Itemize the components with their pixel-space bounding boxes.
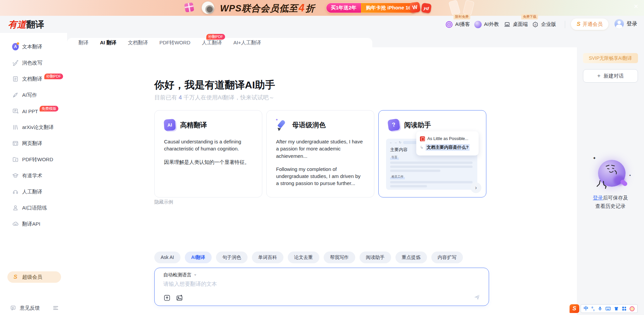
sidebar: A 文本翻译 润色改写 文档翻译 秒翻PDF AI写作 AI PPT 免费模版 …	[0, 33, 67, 315]
ime-mic-icon[interactable]	[598, 306, 602, 311]
new-chat-button[interactable]: + 新建对话	[583, 69, 638, 83]
sidebar-item-text-translate[interactable]: A 文本翻译	[0, 39, 67, 55]
ime-chinese-mode[interactable]: 中	[584, 306, 588, 312]
sidebar-item-super-vip[interactable]: S 超级会员	[7, 271, 61, 283]
card-example-p1: After my undergraduate studies, I have a…	[276, 138, 365, 160]
upload-file-icon[interactable]	[163, 294, 171, 302]
function-pills: Ask AI AI翻译 句子润色 单词百科 论文去重 帮我写作 阅读助手 重点提…	[154, 252, 463, 263]
nav-desktop-app[interactable]: 免费下载 桌面端	[504, 16, 528, 33]
sidebar-item-human-translate[interactable]: 人工翻译	[0, 184, 67, 200]
app-root: WPS联合会员低至4折 买1年送2年 购年卡抢 iPhone 16 W yd ✕…	[0, 0, 644, 315]
sidebar-item-doc-translate[interactable]: 文档翻译 秒翻PDF	[0, 71, 67, 87]
login-link[interactable]: 登录	[593, 195, 603, 200]
ime-toolbox-icon[interactable]	[622, 306, 627, 311]
folder-icon	[12, 156, 19, 163]
pill-sentence-polish[interactable]: 句子润色	[216, 252, 248, 263]
nav-enterprise[interactable]: 企 企业版	[532, 16, 556, 33]
hide-examples-link[interactable]: 隐藏示例	[154, 199, 173, 205]
svip-banner[interactable]: SVIP无限畅享AI翻译	[583, 53, 638, 63]
sogou-logo[interactable]: S	[570, 304, 579, 313]
translate-textarea[interactable]	[163, 281, 472, 291]
gift-icon	[184, 2, 194, 12]
tab-pdf-to-word[interactable]: PDF转WORD	[159, 40, 191, 46]
sidebar-item-translate-api[interactable]: API 翻译API	[0, 216, 67, 232]
sidebar-item-ai-writing[interactable]: AI写作	[0, 87, 67, 103]
tab-human-translate[interactable]: 人工翻译	[202, 40, 222, 46]
tooltip-question: 文档主要内容是什么?	[426, 144, 470, 151]
ime-skin-icon[interactable]	[614, 306, 619, 311]
teacher-avatar-icon	[474, 21, 482, 28]
greeting-title: 你好，我是有道翻译AI助手	[154, 78, 275, 92]
collapse-sidebar-icon[interactable]	[52, 305, 59, 311]
browser-icon	[12, 140, 19, 147]
tab-ai-translate[interactable]: AI 翻译	[100, 40, 116, 46]
example-cards: AI 高精翻译 Causal understanding is a defini…	[154, 110, 486, 197]
pill-help-write[interactable]: 帮我写作	[324, 252, 355, 263]
reader-tooltip: As Little as Possible... ↳ 文档主要内容是什么?	[416, 131, 479, 155]
free-template-badge: 免费模版	[40, 106, 58, 111]
mock-label-intro: 引言	[390, 155, 399, 160]
sidebar-item-ai-speaking[interactable]: AI口语陪练	[0, 200, 67, 216]
main-tabbar: 翻译 AI 翻译 文档翻译 PDF转WORD 人工翻译 AI+人工翻译 秒翻PD…	[67, 38, 372, 47]
ime-emoji-icon[interactable]	[630, 306, 635, 311]
card-example-en: Causal understanding is a defining chara…	[164, 138, 253, 152]
sidebar-item-polish[interactable]: 润色改写	[0, 55, 67, 71]
tab-doc-translate[interactable]: 文档翻译	[128, 40, 148, 46]
pill-paper-dedup[interactable]: 论文去重	[288, 252, 319, 263]
sidebar-item-ai-ppt[interactable]: AI PPT 免费模版	[0, 103, 67, 119]
feedback-button[interactable]: 意见反馈	[10, 301, 40, 315]
next-example-button[interactable]	[471, 182, 481, 193]
card-reading-assistant[interactable]: ? 阅读助手 ←→↻ 主要内容 引言 相关工作	[378, 110, 486, 197]
header-divider	[565, 21, 565, 28]
pdf-file-icon	[420, 136, 425, 141]
promo-banner[interactable]: WPS联合会员低至4折 买1年送2年 购年卡抢 iPhone 16 W yd ✕	[0, 0, 644, 16]
greeting-subtitle: 目前已有 4 千万人在使用AI翻译，快来试试吧～	[154, 94, 274, 101]
banner-promo-pill[interactable]: 买1年送2年 购年卡抢 iPhone 16	[326, 3, 417, 13]
laptop-icon	[504, 21, 511, 28]
pill-ai-translate[interactable]: AI翻译	[185, 252, 212, 263]
header: 有道翻译 限时免费 AI播客 AI外教 免费下载 桌面端 企 企业版 S 开通会…	[0, 16, 644, 33]
graduation-cap-icon	[12, 172, 19, 179]
sidebar-item-pdf-to-word[interactable]: PDF转WORD	[0, 151, 67, 168]
pill-content-expand[interactable]: 内容扩写	[431, 252, 463, 263]
open-membership-button[interactable]: S 开通会员	[571, 18, 608, 30]
document-icon	[12, 76, 19, 82]
youdao-logo-tile: yd	[421, 3, 432, 13]
svg-text:API: API	[14, 224, 17, 225]
tab-pdf-fast-badge: 秒翻PDF	[206, 34, 225, 40]
reply-arrow-icon: ↳	[420, 145, 423, 150]
pdf-fast-badge: 秒翻PDF	[44, 74, 63, 79]
login-hint-text: 登录后可保存及 查看历史记录	[577, 193, 644, 210]
card-accurate-translate[interactable]: AI 高精翻译 Causal understanding is a defini…	[154, 110, 262, 197]
camera-icon	[202, 1, 214, 14]
tab-translate[interactable]: 翻译	[78, 40, 89, 46]
ime-keyboard-icon[interactable]	[605, 306, 611, 311]
card-native-polish[interactable]: ✦ 母语级润色 After my undergraduate studies, …	[266, 110, 374, 197]
language-selector[interactable]: 自动检测语言	[163, 272, 197, 278]
api-cloud-icon: API	[12, 221, 19, 227]
upload-image-icon[interactable]	[176, 294, 183, 302]
ppt-icon	[12, 108, 19, 115]
pill-ask-ai[interactable]: Ask AI	[154, 252, 180, 263]
login-button[interactable]: 登录	[614, 19, 637, 29]
banner-buy-badge: 买1年送2年	[326, 3, 361, 13]
banner-close-icon[interactable]: ✕	[632, 3, 640, 11]
tab-ai-plus-human[interactable]: AI+人工翻译	[233, 40, 261, 46]
youdao-translate-logo[interactable]: 有道翻译	[8, 18, 44, 31]
ime-punctuation[interactable]: °,	[591, 306, 595, 311]
pill-reading-assistant[interactable]: 阅读助手	[360, 252, 391, 263]
right-sidebar: SVIP无限畅享AI翻译 + 新建对话 ✦ ✦ 登录后可保存及 查看历史记录	[577, 33, 644, 315]
pill-key-points[interactable]: 重点提炼	[395, 252, 427, 263]
svg-text:企: 企	[534, 23, 537, 26]
sidebar-item-academic[interactable]: 有道学术	[0, 168, 67, 184]
text-translate-icon: A	[12, 43, 19, 50]
nav-ai-teacher[interactable]: AI外教	[474, 16, 499, 33]
sidebar-item-web-translate[interactable]: 网页翻译	[0, 135, 67, 151]
pill-word-wiki[interactable]: 单词百科	[252, 252, 283, 263]
sidebar-item-arxiv[interactable]: arXiv论文翻译	[0, 119, 67, 135]
card-example-zh: 因果理解是人类认知的一个显著特征。	[164, 159, 253, 166]
limited-free-badge: 限时免费	[453, 14, 470, 19]
nav-ai-podcast[interactable]: 限时免费 AI播客	[445, 16, 470, 33]
pen-nib-icon	[12, 92, 19, 98]
send-icon[interactable]	[473, 294, 481, 301]
